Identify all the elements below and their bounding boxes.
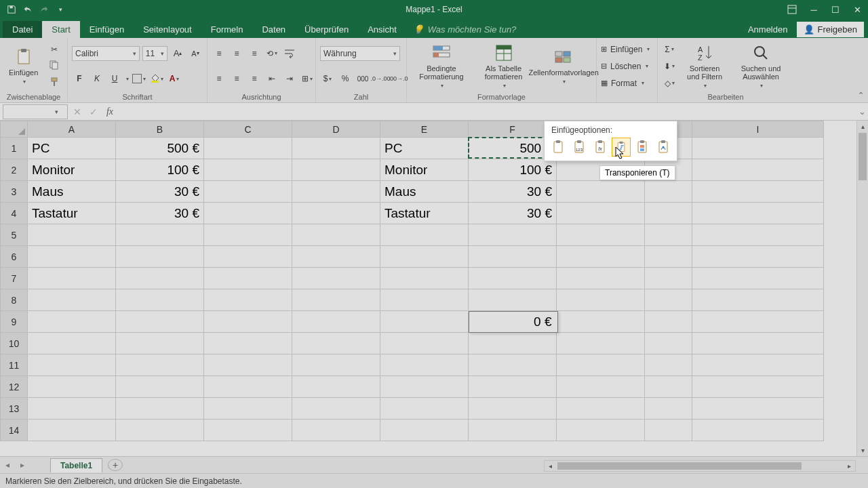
underline-button[interactable]: U (107, 71, 122, 86)
cell-H13[interactable] (645, 398, 692, 420)
cell-E4[interactable]: Tastatur (380, 203, 469, 224)
cell-I4[interactable] (692, 203, 824, 224)
qat-customize-icon[interactable]: ▾ (54, 3, 66, 16)
cell-I1[interactable] (692, 138, 824, 159)
cell-C10[interactable] (204, 333, 292, 354)
cell-D10[interactable] (292, 333, 380, 354)
tab-review[interactable]: Überprüfen (295, 21, 358, 38)
cell-I12[interactable] (692, 376, 824, 398)
cell-I3[interactable] (692, 181, 824, 203)
cell-B10[interactable] (116, 333, 204, 354)
cell-A7[interactable] (28, 268, 116, 289)
cell-H6[interactable] (645, 246, 692, 268)
align-right-button[interactable]: ≡ (247, 71, 262, 86)
paste-button[interactable]: Einfügen ▾ (5, 45, 41, 88)
row-header-6[interactable]: 6 (1, 246, 28, 268)
row-header-10[interactable]: 10 (1, 333, 28, 354)
sheet-tab-active[interactable]: Tabelle1 (50, 458, 102, 472)
paste-option-link[interactable] (654, 138, 673, 157)
cell-D9[interactable] (292, 311, 380, 333)
cell-D14[interactable] (292, 420, 380, 441)
cell-F13[interactable] (469, 398, 557, 420)
cell-B11[interactable] (116, 354, 204, 376)
cell-E6[interactable] (380, 246, 469, 268)
cell-B1[interactable]: 500 € (116, 138, 204, 159)
cell-I10[interactable] (692, 333, 824, 354)
cell-C2[interactable] (204, 159, 292, 181)
cell-I11[interactable] (692, 354, 824, 376)
cell-D8[interactable] (292, 289, 380, 311)
cell-C6[interactable] (204, 246, 292, 268)
grow-font-button[interactable]: A▴ (170, 46, 185, 61)
cell-D4[interactable] (292, 203, 380, 224)
cell-D2[interactable] (292, 159, 380, 181)
increase-indent-button[interactable]: ⇥ (282, 71, 297, 86)
cell-A14[interactable] (28, 420, 116, 441)
font-name-select[interactable]: Calibri▾ (72, 46, 140, 61)
cell-E1[interactable]: PC (380, 138, 469, 159)
cell-F10[interactable] (469, 333, 557, 354)
format-painter-button[interactable] (47, 76, 62, 91)
cell-A5[interactable] (28, 224, 116, 246)
cell-A1[interactable]: PC (28, 138, 116, 159)
cell-B4[interactable]: 30 € (116, 203, 204, 224)
cell-B13[interactable] (116, 398, 204, 420)
cell-C1[interactable] (204, 138, 292, 159)
scroll-left-button[interactable]: ◂ (545, 461, 556, 471)
minimize-button[interactable]: ─ (803, 0, 825, 19)
decrease-indent-button[interactable]: ⇤ (264, 71, 279, 86)
bold-button[interactable]: F (72, 71, 87, 86)
expand-formula-bar[interactable]: ⌄ (856, 106, 868, 117)
name-box-dropdown[interactable]: ▾ (52, 108, 61, 115)
find-select-button[interactable]: Suchen und Auswählen▾ (732, 45, 789, 88)
select-all-corner[interactable] (1, 121, 28, 138)
tab-start[interactable]: Start (42, 21, 79, 38)
insert-function-button[interactable]: fx (102, 106, 118, 117)
delete-cells-button[interactable]: Löschen (610, 59, 642, 74)
cell-C4[interactable] (204, 203, 292, 224)
cell-D3[interactable] (292, 181, 380, 203)
col-header-C[interactable]: C (204, 121, 292, 138)
cell-G5[interactable] (557, 224, 645, 246)
tab-file[interactable]: Datei (3, 21, 42, 38)
cell-B14[interactable] (116, 420, 204, 441)
horizontal-scrollbar[interactable]: ◂ ▸ (544, 460, 856, 472)
merge-button[interactable]: ⊞▾ (300, 71, 315, 86)
percent-format-button[interactable]: % (338, 71, 353, 86)
inline-edit-cell[interactable]: 0 € (469, 311, 558, 333)
paste-option-values[interactable]: 123 (570, 138, 589, 157)
col-header-I[interactable]: I (692, 121, 824, 138)
comma-format-button[interactable]: 000 (355, 71, 370, 86)
cell-G13[interactable] (557, 398, 645, 420)
cell-C11[interactable] (204, 354, 292, 376)
cell-B3[interactable]: 30 € (116, 181, 204, 203)
insert-cells-button[interactable]: Einfügen (610, 42, 643, 57)
cell-F6[interactable] (469, 246, 557, 268)
accounting-format-button[interactable]: $▾ (320, 71, 335, 86)
vertical-scrollbar[interactable]: ▴ ▾ (856, 121, 868, 456)
cell-I7[interactable] (692, 268, 824, 289)
cell-H8[interactable] (645, 289, 692, 311)
cell-G10[interactable] (557, 333, 645, 354)
cell-G4[interactable] (557, 203, 645, 224)
cell-A8[interactable] (28, 289, 116, 311)
cell-H14[interactable] (645, 420, 692, 441)
row-header-9[interactable]: 9 (1, 311, 28, 333)
clear-button[interactable]: ◇▾ (662, 76, 677, 91)
sheet-nav-next[interactable]: ▸ (15, 460, 30, 470)
cell-G12[interactable] (557, 376, 645, 398)
scroll-down-button[interactable]: ▾ (857, 445, 868, 456)
cell-C12[interactable] (204, 376, 292, 398)
tab-data[interactable]: Daten (252, 21, 295, 38)
tab-pagelayout[interactable]: Seitenlayout (134, 21, 201, 38)
cell-F3[interactable]: 30 € (469, 181, 557, 203)
hscroll-thumb[interactable] (557, 462, 802, 470)
cell-C8[interactable] (204, 289, 292, 311)
cell-F11[interactable] (469, 354, 557, 376)
paste-option-transpose[interactable] (612, 138, 631, 157)
paste-option-paste[interactable] (549, 138, 568, 157)
cell-styles-button[interactable]: Zellenformatvorlagen▾ (535, 45, 592, 88)
cell-E12[interactable] (380, 376, 469, 398)
shrink-font-button[interactable]: A▾ (188, 46, 203, 61)
cell-C7[interactable] (204, 268, 292, 289)
